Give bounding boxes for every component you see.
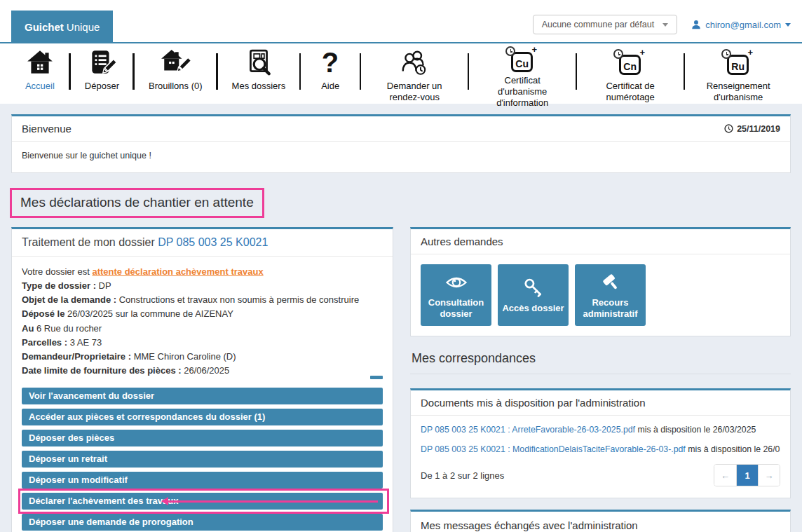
user-icon [691,20,701,29]
dossier-field: Type de dossier : DP [22,279,383,293]
nav-item-deposer[interactable]: + Déposer [70,48,134,104]
commune-select[interactable]: Aucune commune par défaut [533,15,678,34]
user-menu[interactable]: chiron@gmail.com [691,20,791,30]
document-row: DP 085 003 25 K0021 : ArreteFavorable-26… [421,425,780,435]
messages-panel: Mes messages échangés avec l'administrat… [410,510,791,532]
nav-item-accueil[interactable]: + Accueil [10,48,70,104]
cu-certificate-icon: Cu + [511,52,533,73]
nav-item-label: Accueil [25,81,55,92]
nav-item-label: Aide [321,81,339,92]
welcome-date: 25/11/2019 [724,124,780,134]
action-deposer-retrait[interactable]: Déposer un retrait [22,451,383,468]
clock-icon [724,124,733,133]
user-email: chiron@gmail.com [705,20,781,30]
correspondances-title: Mes correspondances [410,351,791,374]
dossier-panel-header: Traitement de mon dossier DP 085 003 25 … [12,229,393,257]
nav-item-label: Mes dossiers [232,81,286,92]
dossier-panel: Traitement de mon dossier DP 085 003 25 … [11,227,393,532]
dossier-number-link[interactable]: DP 085 003 25 K0021 [158,236,268,248]
section-title-declarations-chantier: Mes déclarations de chantier en attente [10,188,264,218]
tile-acces-dossier[interactable]: Accès dossier [498,264,569,326]
tile-consultation-dossier[interactable]: Consultation dossier [421,264,491,326]
key-icon [520,277,547,299]
annotation-arrow [168,500,378,503]
nav-item-mes-dossiers[interactable]: + Mes dossiers [217,48,301,104]
dossier-field: Objet de la demande : Constructions et t… [22,293,383,307]
nav-item-certificat-numerotage[interactable]: Cn + Certificat de numérotage [576,48,684,104]
nav-item-brouillons[interactable]: + Brouillons (0) [134,48,217,104]
nav-item-label: Brouillons (0) [149,81,203,92]
documents-count-label: De 1 à 2 sur 2 lignes [421,470,504,481]
plus-icon: + [640,47,646,57]
pagination: ← 1 → [714,464,780,486]
home-icon [25,48,55,78]
nav-item-aide[interactable]: + Aide [300,48,360,104]
people-clock-icon [399,48,430,78]
dossier-field: Au 6 Rue du rocher [22,322,383,336]
nav-item-rendez-vous[interactable]: + Demander un rendez-vous [360,48,468,104]
nav-item-label: Renseignement d'urbanisme [699,81,777,103]
welcome-title: Bienvenue [22,123,72,135]
pagination-next-button[interactable]: → [758,465,780,486]
document-link[interactable]: DP 085 003 25 K0021 : ModificationDelais… [421,444,686,454]
nav-item-certificat-urbanisme-information[interactable]: Cu + Certificat d'urbanisme d'informatio… [468,48,576,104]
dossier-status-link[interactable]: attente déclaration achèvement travaux [92,266,263,277]
pagination-prev-button[interactable]: ← [714,465,736,486]
action-voir-avancement[interactable]: Voir l'avancement du dossier [22,388,383,404]
chevron-down-icon [662,23,668,27]
dossier-status-line: Votre dossier est attente déclaration ac… [22,265,383,279]
question-mark-icon [315,48,346,78]
document-search-icon [243,48,274,78]
pagination-page-1[interactable]: 1 [736,465,758,486]
plus-icon: + [748,47,754,57]
house-pencil-icon [160,48,191,78]
messages-panel-title: Mes messages échangés avec l'administrat… [411,512,790,532]
action-deposer-modificatif[interactable]: Déposer un modificatif [22,472,383,489]
documents-panel: Documents mis à disposition par l'admini… [410,388,791,498]
action-demande-prorogation[interactable]: Déposer une demande de prorogation [22,514,383,531]
nav-item-label: Demander un rendez-vous [375,81,454,103]
main-navigation: + Accueil + Déposer [0,43,802,104]
dossier-field: Parcelles : 3 AE 73 [22,336,383,350]
nav-item-renseignement-urbanisme[interactable]: Ru + Renseignement d'urbanisme [684,48,792,104]
welcome-panel: Bienvenue 25/11/2019 Bienvenue sur le gu… [11,114,791,173]
commune-select-value: Aucune commune par défaut [542,20,655,29]
app-logo[interactable]: Guichet Unique [11,11,113,43]
logo-text-bold: Guichet [25,21,64,33]
documents-panel-title: Documents mis à disposition par l'admini… [411,390,790,416]
tile-recours-administratif[interactable]: Recours administratif [575,264,646,326]
top-bar: Guichet Unique Aucune commune par défaut… [0,0,802,43]
action-acceder-pieces[interactable]: Accéder aux pièces et correspondances du… [22,409,383,425]
guichet-unique-page: Guichet Unique Aucune commune par défaut… [0,0,802,532]
nav-item-label: Certificat d'urbanisme d'information [483,75,562,109]
plus-icon: + [532,44,538,55]
document-pencil-icon [86,48,117,78]
document-row: DP 085 003 25 K0021 : ModificationDelais… [421,444,780,454]
logo-text: Unique [67,21,100,33]
nav-item-label: Certificat de numérotage [591,81,670,103]
eye-icon [443,271,470,294]
collapse-toggle[interactable] [370,376,383,379]
document-link[interactable]: DP 085 003 25 K0021 : ArreteFavorable-26… [421,425,635,435]
cn-certificate-icon: Cn + [619,55,641,76]
dossier-field: Date limite de fourniture des pièces : 2… [22,364,383,378]
gavel-icon [597,271,624,294]
action-deposer-pieces[interactable]: Déposer des pièces [22,430,383,446]
welcome-message: Bienvenue sur le guichet unique ! [12,142,790,172]
dossier-field: Déposé le 26/03/2025 sur la commune de A… [22,307,383,321]
dossier-field: Demandeur/Proprietaire : MME Chiron Caro… [22,350,383,364]
nav-item-label: Déposer [85,81,119,92]
chevron-down-icon [785,23,791,27]
autres-demandes-panel: Autres demandes Consultation dossier Acc… [410,227,791,336]
ru-certificate-icon: Ru + [727,55,749,76]
autres-demandes-title: Autres demandes [411,229,790,254]
